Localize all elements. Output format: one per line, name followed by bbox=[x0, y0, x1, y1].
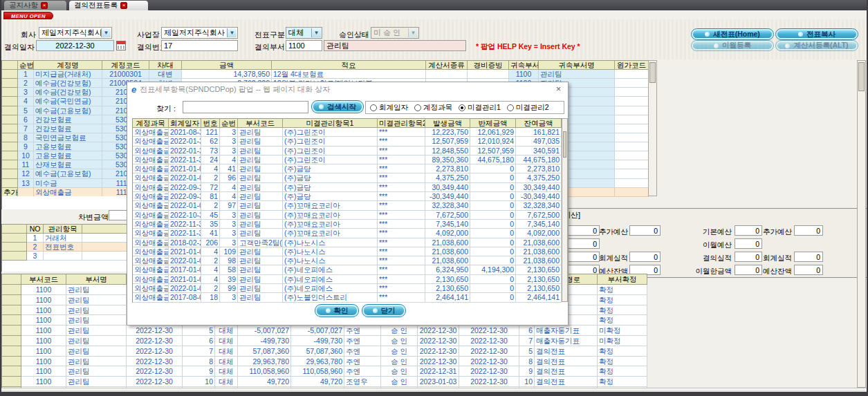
tab-notice-label: 공지사항 bbox=[9, 1, 38, 10]
close-icon[interactable] bbox=[554, 85, 563, 94]
popup-title: 전표세부항목(SPNDCDPop) 팝업 -- 웹 페이지 대화 상자 bbox=[140, 84, 330, 95]
budget-resol-value2: 0 bbox=[735, 252, 762, 262]
budget-extra-value2: 0 bbox=[794, 225, 823, 236]
resolution-dept-label: 결의부서 bbox=[255, 42, 285, 53]
find-input[interactable] bbox=[183, 101, 308, 113]
button-dot-icon bbox=[798, 32, 803, 37]
budget-acct-value: 0 bbox=[629, 252, 661, 262]
search-option-group: 회계일자 계정과목 미결관리1 미결관리2 bbox=[365, 101, 564, 114]
approve-state-label: 승인상태 bbox=[339, 30, 369, 40]
slip-detail-popup: 전표세부항목(SPNDCDPop) 팝업 -- 웹 페이지 대화 상자 찾기 :… bbox=[127, 82, 569, 326]
page-scrollbar[interactable] bbox=[857, 60, 866, 388]
popup-title-bar: 전표세부항목(SPNDCDPop) 팝업 -- 웹 페이지 대화 상자 bbox=[127, 82, 568, 96]
chevron-down-icon[interactable] bbox=[311, 28, 321, 37]
company-label: 회사 bbox=[21, 30, 36, 40]
copy-voucher-button[interactable]: 전표복사 bbox=[776, 29, 858, 39]
budget-acct-value2: 0 bbox=[794, 252, 823, 262]
tab-voucher-entry[interactable]: 결의전표등록 bbox=[69, 1, 148, 10]
radio-acct-date[interactable]: 회계일자 bbox=[370, 103, 408, 113]
button-dot-icon bbox=[319, 104, 324, 109]
budget-remain-label2: 예산잔액 bbox=[761, 267, 792, 276]
popup-scrollbar[interactable] bbox=[562, 118, 568, 302]
button-dot-icon bbox=[373, 308, 378, 313]
radio-icon[interactable] bbox=[370, 104, 377, 111]
budget-acct-label2: 회계실적 bbox=[761, 254, 792, 263]
window-edge bbox=[0, 0, 1, 396]
budget-extra-value: 0 bbox=[629, 225, 661, 236]
budget-carry-value2: 0 bbox=[735, 238, 762, 249]
scrollbar-thumb[interactable] bbox=[563, 131, 566, 158]
button-dot-icon bbox=[785, 44, 790, 48]
chevron-down-icon[interactable] bbox=[227, 28, 237, 37]
company-select[interactable]: 제일저지주식회사 bbox=[39, 27, 112, 39]
open-item-grid[interactable]: 계정과목회계일자번호순번부서코드미결관리항목1미결관리항목2발생금액반제금액잔여… bbox=[132, 118, 562, 303]
tab-bar: 공지사항 결의전표등록 bbox=[0, 0, 868, 10]
close-button[interactable]: 닫기 bbox=[362, 305, 405, 317]
grid-footer-strip bbox=[1, 196, 127, 209]
chevron-down-icon[interactable] bbox=[101, 28, 111, 37]
chevron-down-icon bbox=[408, 28, 418, 37]
help-key-hint: * 팝업 HELP Key = Insert Key * bbox=[476, 42, 580, 52]
budget-carried-label2: 이월한금액 bbox=[685, 267, 732, 276]
site-label: 사업장 bbox=[137, 30, 160, 40]
carryover-button: 이월등록 bbox=[692, 41, 773, 50]
invoice-register-button: 계산서등록(ALT) bbox=[776, 41, 858, 50]
budget-extra-label: 추가예산 bbox=[599, 227, 628, 237]
ok-button[interactable]: 확인 bbox=[315, 305, 358, 317]
resolution-date-label: 결의일자 bbox=[4, 42, 35, 53]
dept-code-input[interactable]: 1100 bbox=[286, 40, 322, 51]
find-label: 찾기 : bbox=[156, 104, 176, 114]
radio-account[interactable]: 계정과목 bbox=[414, 103, 452, 113]
budget-carry-value: 0 bbox=[567, 238, 600, 249]
calendar-icon[interactable] bbox=[116, 41, 126, 50]
button-dot-icon bbox=[705, 32, 710, 37]
radio-open-item1[interactable]: 미결관리1 bbox=[459, 103, 501, 113]
resolution-no-input[interactable]: 17 bbox=[161, 40, 238, 51]
debit-amount-label: 차변금액 bbox=[78, 212, 109, 223]
budget-basic-label2: 기본예산 bbox=[689, 227, 732, 237]
voucher-form: 회사 제일저지주식회사 사업장 제일저지주식회사 전표구분 대체 승인상태 미 … bbox=[1, 19, 867, 59]
radio-checked-icon[interactable] bbox=[459, 104, 465, 111]
budget-remain-value2: 0 bbox=[794, 265, 823, 275]
site-select[interactable]: 제일저지주식회사 bbox=[161, 27, 238, 39]
radio-open-item2[interactable]: 미결관리2 bbox=[507, 103, 549, 113]
scrollbar-thumb[interactable] bbox=[858, 62, 865, 91]
ie-browser-icon bbox=[131, 84, 136, 95]
budget-carry-label2: 이월예산 bbox=[689, 241, 732, 250]
budget-basic-value2: 0 bbox=[735, 225, 762, 236]
budget-basic-value: 0 bbox=[567, 225, 600, 236]
grid-scrollbar[interactable] bbox=[648, 60, 657, 196]
tab-notice[interactable]: 공지사항 bbox=[4, 1, 66, 10]
budget-resol-label2: 결의실적 bbox=[689, 254, 732, 263]
button-dot-icon bbox=[714, 44, 719, 48]
close-icon[interactable] bbox=[41, 2, 48, 9]
radio-icon[interactable] bbox=[507, 104, 514, 111]
budget-acct-label: 회계실적 bbox=[599, 254, 628, 263]
slip-type-label: 전표구분 bbox=[255, 30, 285, 40]
budget-carried-value2: 0 bbox=[735, 265, 762, 275]
dept-name-field: 관리팀 bbox=[324, 40, 466, 51]
approve-state-select: 미 승 인 bbox=[371, 27, 419, 39]
status-bar bbox=[0, 392, 868, 396]
button-dot-icon bbox=[326, 308, 331, 313]
slip-type-select[interactable]: 대체 bbox=[286, 27, 322, 39]
tab-voucher-label: 결의전표등록 bbox=[74, 1, 118, 10]
resolution-date-input[interactable]: 2022-12-30 bbox=[36, 40, 114, 51]
search-start-button[interactable]: 검색시작 bbox=[312, 101, 363, 113]
new-voucher-button[interactable]: 새전표(Home) bbox=[692, 29, 773, 39]
scrollbar-thumb[interactable] bbox=[649, 62, 656, 83]
budget-resol-value: 0 bbox=[567, 252, 600, 262]
radio-icon[interactable] bbox=[414, 104, 421, 111]
budget-extra-label2: 추가예산 bbox=[761, 227, 792, 237]
close-icon[interactable] bbox=[120, 2, 127, 9]
